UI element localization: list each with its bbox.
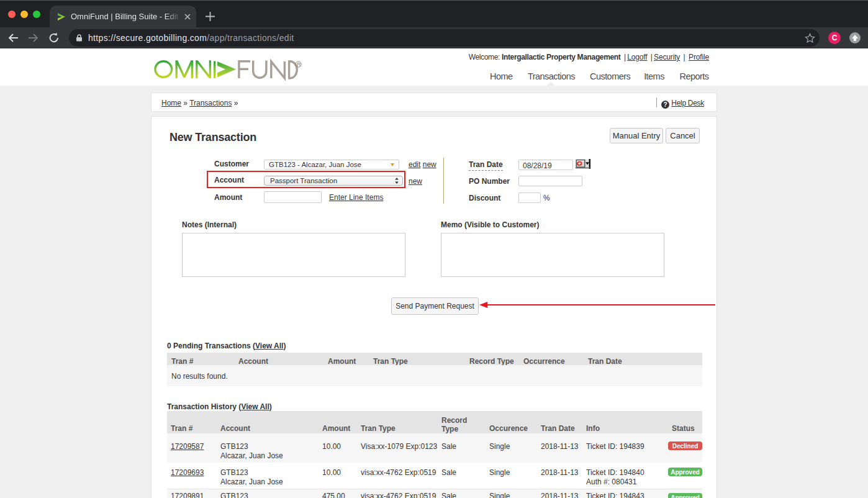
svg-text:R: R	[297, 61, 301, 68]
